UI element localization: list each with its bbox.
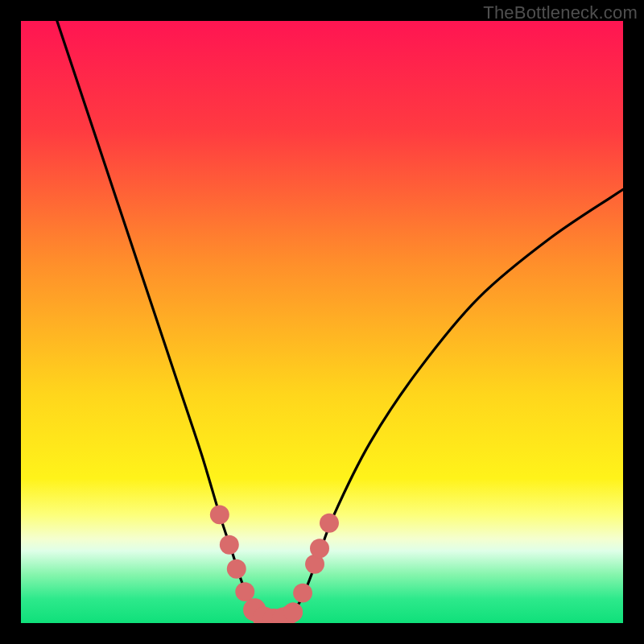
marker-dot [310,539,329,558]
marker-dot [235,582,254,601]
marker-dot [227,559,246,579]
marker-dot [320,514,339,533]
marker-dot [220,535,239,555]
chart-background [21,21,623,623]
marker-dot [293,584,312,603]
bottleneck-chart [21,21,623,623]
marker-dot [210,505,229,524]
chart-frame [21,21,623,623]
marker-dot [283,603,303,622]
